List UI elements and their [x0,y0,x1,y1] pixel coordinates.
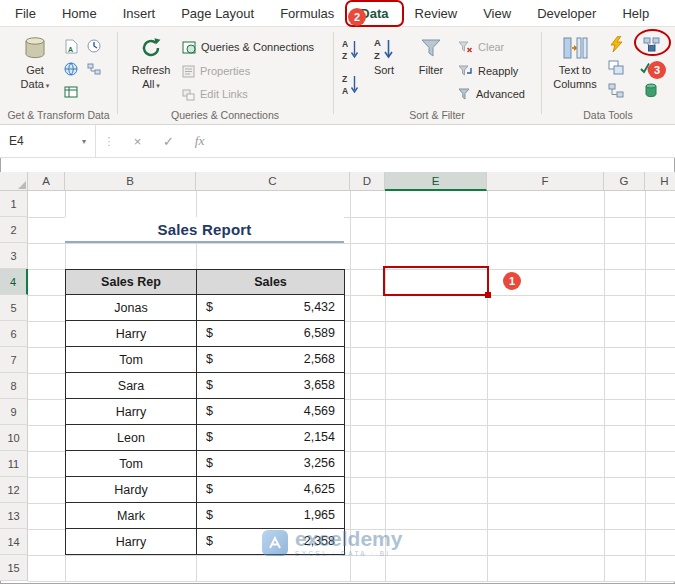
insert-function-icon[interactable]: fx [184,133,215,149]
row-header-column: 123456789101112131415 [0,191,28,581]
step-2-badge: 2 [348,8,366,26]
advanced-filter-button[interactable]: Advanced [458,84,525,104]
from-text-csv-icon[interactable]: A [61,36,81,56]
select-all-corner[interactable] [0,172,28,191]
reapply-button[interactable]: Reapply [458,61,518,81]
properties-button[interactable]: Properties [182,61,250,81]
sales-rep-cell[interactable]: Harry [66,529,197,555]
relationships-icon[interactable] [606,80,626,100]
cancel-icon[interactable]: × [122,134,153,149]
watermark-tagline: EXCEL · DATA · BI [295,550,402,557]
column-header-a[interactable]: A [28,172,65,191]
row-header-8[interactable]: 8 [0,373,28,399]
sort-button[interactable]: AZ Sort [364,33,404,77]
sales-amount-cell[interactable]: $1,965 [197,503,345,529]
sales-amount-cell[interactable]: $2,568 [197,347,345,373]
column-header-d[interactable]: D [350,172,385,191]
from-web-icon[interactable] [61,59,81,79]
edit-links-button[interactable]: Edit Links [182,84,248,104]
row-header-9[interactable]: 9 [0,399,28,425]
column-header-c[interactable]: C [196,172,350,191]
table-header-cell[interactable]: Sales [197,270,345,295]
sales-amount-cell[interactable]: $3,658 [197,373,345,399]
selected-cell-e4[interactable] [383,266,489,296]
row-header-2[interactable]: 2 [0,217,28,243]
manage-data-model-icon[interactable] [641,80,661,100]
fill-handle[interactable] [485,292,491,298]
step-3-badge: 3 [648,61,666,79]
sales-rep-cell[interactable]: Harry [66,321,197,347]
sales-amount-cell[interactable]: $4,569 [197,399,345,425]
column-header-h[interactable]: H [645,172,675,191]
grid-line-vertical [604,191,605,581]
name-box[interactable]: E4 ▾ [0,125,96,157]
recent-sources-icon[interactable] [84,36,104,56]
table-row: Sara$3,658 [66,373,345,399]
grid-line-horizontal [28,243,675,244]
column-header-f[interactable]: F [487,172,604,191]
name-box-caret-icon[interactable]: ▾ [82,137,86,146]
group-divider [333,32,334,114]
sales-rep-cell[interactable]: Jonas [66,295,197,321]
get-data-button[interactable]: Get Data▾ [12,33,58,92]
text-to-columns-icon [562,33,588,63]
queries-connections-button[interactable]: Queries & Connections [182,37,314,57]
column-header-b[interactable]: B [65,172,196,191]
sales-rep-cell[interactable]: Mark [66,503,197,529]
sales-amount-cell[interactable]: $5,432 [197,295,345,321]
filter-button[interactable]: Filter [408,33,454,77]
sort-za-button[interactable]: ZA [340,71,360,97]
exceldemy-logo-icon [262,530,288,556]
existing-connections-icon[interactable] [84,59,104,79]
remove-duplicates-icon[interactable] [606,57,626,77]
sales-amount-cell[interactable]: $3,256 [197,451,345,477]
sales-rep-cell[interactable]: Harry [66,399,197,425]
sales-amount-cell[interactable]: $6,589 [197,321,345,347]
sales-table: Sales RepSales Jonas$5,432Harry$6,589Tom… [65,269,345,555]
sales-rep-cell[interactable]: Sara [66,373,197,399]
sales-rep-cell[interactable]: Hardy [66,477,197,503]
tab-formulas[interactable]: Formulas [267,2,347,25]
table-row: Mark$1,965 [66,503,345,529]
table-header-cell[interactable]: Sales Rep [66,270,197,295]
tab-review[interactable]: Review [402,2,471,25]
tab-developer[interactable]: Developer [524,2,609,25]
tab-help[interactable]: Help [609,2,662,25]
row-header-11[interactable]: 11 [0,451,28,477]
row-header-15[interactable]: 15 [0,555,28,581]
table-row: Leon$2,154 [66,425,345,451]
row-header-6[interactable]: 6 [0,321,28,347]
column-header-g[interactable]: G [604,172,645,191]
row-header-3[interactable]: 3 [0,243,28,269]
sort-az-button[interactable]: AZ [340,36,360,62]
tab-home[interactable]: Home [49,2,110,25]
formula-input[interactable] [215,125,675,157]
clear-filter-button[interactable]: Clear [458,37,504,57]
sales-rep-cell[interactable]: Tom [66,347,197,373]
tab-view[interactable]: View [470,2,524,25]
from-table-range-icon[interactable] [61,82,81,102]
sales-rep-cell[interactable]: Tom [66,451,197,477]
row-header-13[interactable]: 13 [0,503,28,529]
row-header-1[interactable]: 1 [0,191,28,217]
row-header-5[interactable]: 5 [0,295,28,321]
tab-insert[interactable]: Insert [110,2,169,25]
row-header-7[interactable]: 7 [0,347,28,373]
column-header-e[interactable]: E [385,172,487,191]
row-header-4[interactable]: 4 [0,269,28,295]
sheet-title[interactable]: Sales Report [65,217,344,243]
name-box-value: E4 [9,134,24,148]
enter-icon[interactable]: ✓ [153,134,184,149]
row-header-10[interactable]: 10 [0,425,28,451]
get-data-label-1: Get [26,64,44,77]
sales-rep-cell[interactable]: Leon [66,425,197,451]
sales-amount-cell[interactable]: $4,625 [197,477,345,503]
tab-page-layout[interactable]: Page Layout [168,2,267,25]
row-header-14[interactable]: 14 [0,529,28,555]
flash-fill-icon[interactable] [606,34,626,54]
refresh-all-button[interactable]: Refresh All▾ [126,33,176,92]
row-header-12[interactable]: 12 [0,477,28,503]
text-to-columns-button[interactable]: Text to Columns [547,33,603,91]
tab-file[interactable]: File [2,2,49,25]
sales-amount-cell[interactable]: $2,154 [197,425,345,451]
